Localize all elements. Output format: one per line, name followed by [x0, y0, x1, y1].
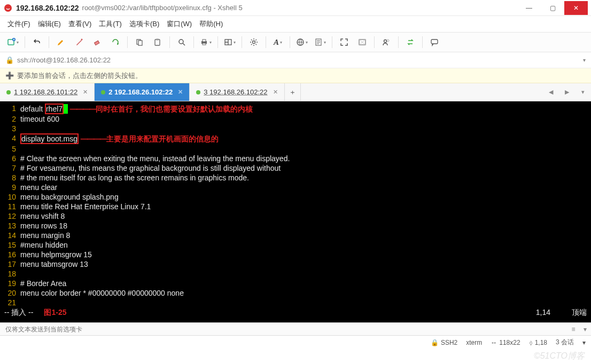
chevron-down-icon[interactable]: ▾: [583, 57, 586, 63]
transfer-icon[interactable]: [403, 35, 418, 49]
svg-rect-12: [203, 43, 206, 45]
paste-icon[interactable]: [150, 35, 165, 49]
resize-icon: ↔: [491, 339, 497, 346]
title-host: 192.168.26.102:22: [16, 4, 79, 12]
vim-mode: -- 插入 --: [4, 307, 33, 317]
eraser-icon[interactable]: [90, 35, 105, 49]
separator: [398, 36, 399, 48]
svg-rect-4: [95, 41, 99, 45]
font-icon[interactable]: A▾: [270, 35, 285, 49]
address-url: ssh://root@192.168.26.102:22: [17, 56, 111, 64]
menu-window[interactable]: 窗口(W): [167, 19, 192, 29]
transparency-icon[interactable]: [355, 35, 370, 49]
send-input[interactable]: [0, 323, 567, 335]
menu-view[interactable]: 查看(V): [68, 19, 91, 29]
terminal[interactable]: 1default rhel7 ————同时在首行，我们也需要设置好默认加载的内核…: [0, 101, 591, 322]
line-number: 16: [0, 250, 20, 259]
maximize-button[interactable]: ▢: [541, 1, 564, 15]
menu-tools[interactable]: 工具(T): [99, 19, 122, 29]
svg-rect-6: [138, 41, 142, 45]
layout-icon[interactable]: ▾: [222, 35, 237, 49]
refresh-icon[interactable]: [108, 35, 123, 49]
menu-file[interactable]: 文件(F): [7, 19, 30, 29]
svg-rect-7: [155, 39, 160, 45]
add-session-icon[interactable]: ➕: [5, 72, 14, 80]
line-number: 5: [0, 144, 20, 154]
line-number: 13: [0, 221, 20, 231]
menubar: 文件(F) 编辑(E) 查看(V) 工具(T) 选项卡(B) 窗口(W) 帮助(…: [0, 16, 591, 32]
separator: [374, 36, 375, 48]
tab-nav-right-icon[interactable]: ▶: [559, 83, 575, 101]
terminal-line: 18: [0, 269, 591, 279]
svg-point-14: [253, 41, 255, 44]
menu-help[interactable]: 帮助(H): [199, 19, 223, 29]
close-button[interactable]: ✕: [564, 1, 588, 15]
line-number: 17: [0, 259, 20, 269]
line-number: 3: [0, 124, 20, 133]
new-session-icon[interactable]: ▾: [5, 35, 20, 49]
script-icon[interactable]: ▾: [313, 35, 328, 49]
find-icon[interactable]: [174, 35, 189, 49]
svg-point-0: [4, 4, 12, 12]
line-content: menu color border * #00000000 #00000000 …: [20, 288, 591, 298]
line-content: menu helpmsgrow 15: [20, 250, 591, 259]
address-bar[interactable]: 🔒 ssh://root@192.168.26.102:22 ▾: [0, 52, 591, 68]
line-content: # Border Area: [20, 279, 591, 288]
separator: [290, 36, 290, 48]
line-content: # For vesamenu, this means the graphical…: [20, 163, 591, 173]
line-content: menu tabmsgrow 13: [20, 259, 591, 269]
svg-point-3: [81, 39, 83, 41]
terminal-line: 2timeout 600: [0, 114, 591, 124]
line-content: default rhel7 ————同时在首行，我们也需要设置好默认加载的内核: [20, 104, 591, 114]
tab-close-icon[interactable]: ✕: [273, 89, 278, 96]
print-icon[interactable]: ▾: [198, 35, 213, 49]
tab-close-icon[interactable]: ✕: [178, 89, 183, 96]
fullscreen-icon[interactable]: [337, 35, 352, 49]
app-icon: [3, 3, 13, 13]
copy-icon[interactable]: [132, 35, 147, 49]
send-menu-icon[interactable]: ≡: [567, 326, 579, 333]
session-tab[interactable]: 1 192.168.26.101:22 ✕: [0, 83, 95, 101]
status-dot-icon: [196, 90, 200, 94]
terminal-line: 6# Clear the screen when exiting the men…: [0, 154, 591, 163]
line-content: menu margin 8: [20, 231, 591, 240]
terminal-line: 10menu background splash.png: [0, 192, 591, 202]
reconnect-icon[interactable]: [29, 35, 44, 49]
menu-tabs[interactable]: 选项卡(B): [129, 19, 159, 29]
session-tab[interactable]: 3 192.168.26.102:22 ✕: [190, 83, 284, 101]
line-content: [20, 124, 591, 133]
edit-icon[interactable]: [53, 35, 68, 49]
tab-close-icon[interactable]: ✕: [83, 89, 88, 96]
gear-icon[interactable]: [246, 35, 261, 49]
line-content: [20, 144, 591, 154]
terminal-line: 8# the menu itself for as long as the sc…: [0, 173, 591, 183]
terminal-line: 1default rhel7 ————同时在首行，我们也需要设置好默认加载的内核: [0, 104, 591, 114]
terminal-line: 15#menu hidden: [0, 240, 591, 250]
separator: [266, 36, 266, 48]
chat-icon[interactable]: [427, 35, 442, 49]
wand-icon[interactable]: [72, 35, 87, 49]
tab-nav-left-icon[interactable]: ◀: [543, 83, 559, 101]
annotation-text: 同时在首行，我们也需要设置好默认加载的内核: [96, 105, 253, 113]
session-tab[interactable]: 2 192.168.26.102:22 ✕: [95, 83, 190, 101]
status-chevron-icon[interactable]: ▾: [582, 339, 586, 346]
figure-label: 图1-25: [44, 307, 66, 317]
line-number: 14: [0, 231, 20, 240]
send-dropdown-icon[interactable]: ▾: [579, 326, 591, 333]
line-content: #menu hidden: [20, 240, 591, 250]
encoding-icon[interactable]: ▾: [294, 35, 309, 49]
users-icon[interactable]: [379, 35, 394, 49]
line-content: [20, 298, 591, 307]
new-tab-button[interactable]: ＋: [285, 83, 301, 101]
vim-scroll-pos: 顶端: [572, 307, 587, 317]
menu-edit[interactable]: 编辑(E): [38, 19, 61, 29]
minimize-button[interactable]: —: [517, 1, 541, 15]
svg-rect-11: [203, 39, 206, 42]
line-content: [20, 269, 591, 279]
tab-label: 1 192.168.26.101:22: [14, 88, 77, 96]
separator: [49, 36, 49, 48]
cursor-icon: ⎀: [529, 339, 533, 346]
tab-menu-icon[interactable]: ▾: [575, 83, 591, 101]
terminal-line: 5: [0, 144, 591, 154]
line-number: 7: [0, 163, 20, 173]
